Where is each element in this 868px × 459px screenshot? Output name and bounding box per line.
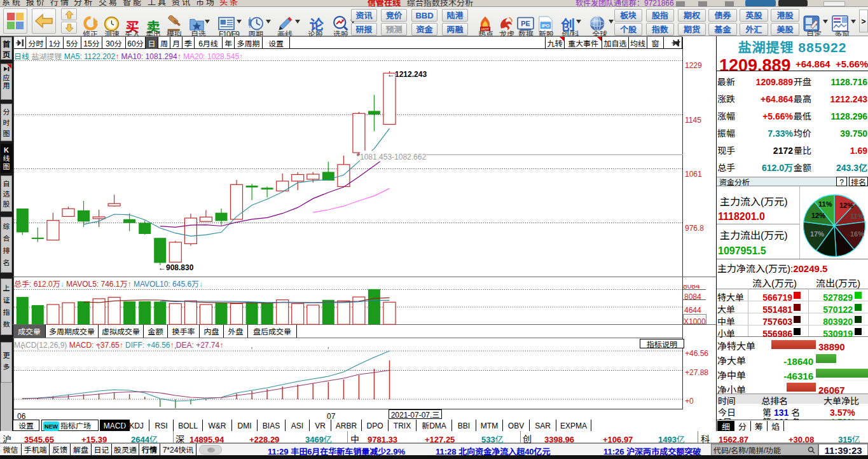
svg-text:PE: PE bbox=[521, 20, 530, 27]
